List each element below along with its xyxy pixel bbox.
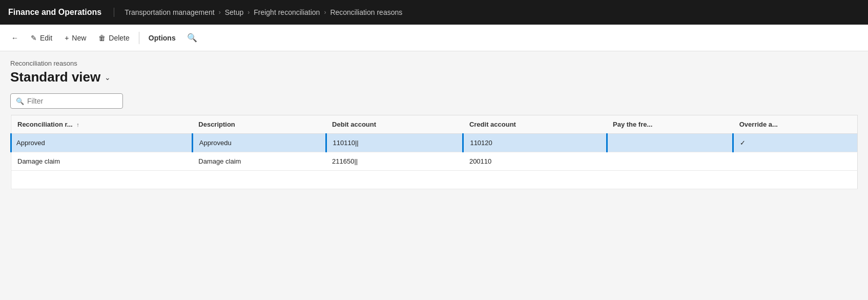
toolbar: ← ✎ Edit + New 🗑 Delete Options 🔍 bbox=[0, 25, 868, 51]
delete-icon: 🗑 bbox=[98, 34, 106, 42]
search-button[interactable]: 🔍 bbox=[183, 30, 201, 46]
brand-title: Finance and Operations bbox=[8, 8, 114, 17]
cell-pay-the-fre bbox=[607, 152, 733, 171]
col-header-reconciliation-r: Reconciliation r... ↑ bbox=[11, 115, 193, 134]
edit-button[interactable]: ✎ Edit bbox=[26, 31, 57, 45]
col-label-description: Description bbox=[198, 121, 235, 128]
table-row[interactable]: ApprovedApprovedu110110||110120✓ bbox=[11, 134, 858, 152]
filter-search-icon: 🔍 bbox=[16, 97, 24, 105]
filter-container: 🔍 bbox=[10, 93, 858, 109]
new-button[interactable]: + New bbox=[59, 31, 91, 45]
breadcrumb-item-3[interactable]: Freight reconciliation bbox=[254, 8, 320, 16]
col-header-override-a: Override a... bbox=[733, 115, 858, 134]
edit-icon: ✎ bbox=[31, 34, 37, 42]
page-title-row: Standard view ⌄ bbox=[10, 69, 858, 85]
options-label: Options bbox=[149, 34, 176, 42]
data-table: Reconciliation r... ↑ Description Debit … bbox=[10, 115, 858, 189]
plus-icon: + bbox=[65, 34, 69, 42]
col-label-credit-account: Credit account bbox=[469, 121, 516, 128]
col-header-credit-account: Credit account bbox=[463, 115, 607, 134]
col-label-reconciliation-r: Reconciliation r... bbox=[17, 121, 73, 128]
table-header: Reconciliation r... ↑ Description Debit … bbox=[11, 115, 858, 134]
toolbar-divider bbox=[139, 32, 139, 44]
delete-button[interactable]: 🗑 Delete bbox=[93, 31, 134, 45]
cell-pay-the-fre bbox=[607, 134, 733, 152]
col-header-debit-account: Debit account bbox=[326, 115, 463, 134]
table-row[interactable]: Damage claimDamage claim211650||200110 bbox=[11, 152, 858, 171]
back-icon: ← bbox=[11, 34, 18, 42]
back-button[interactable]: ← bbox=[6, 31, 24, 45]
options-button[interactable]: Options bbox=[143, 31, 181, 45]
cell-debit-account: 110110|| bbox=[326, 134, 463, 152]
table-body: ApprovedApprovedu110110||110120✓Damage c… bbox=[11, 134, 858, 189]
table-header-row: Reconciliation r... ↑ Description Debit … bbox=[11, 115, 858, 134]
breadcrumb-item-2[interactable]: Setup bbox=[225, 8, 244, 16]
breadcrumb-sep-2: › bbox=[247, 9, 250, 16]
edit-label: Edit bbox=[40, 34, 52, 42]
col-label-override-a: Override a... bbox=[739, 121, 778, 128]
cell-credit-account: 200110 bbox=[463, 152, 607, 171]
breadcrumb-sep-3: › bbox=[324, 9, 326, 16]
breadcrumb-item-1[interactable]: Transportation management bbox=[125, 8, 214, 16]
filter-wrapper: 🔍 bbox=[10, 93, 123, 109]
search-icon: 🔍 bbox=[187, 33, 197, 42]
new-label: New bbox=[72, 34, 86, 42]
top-nav: Finance and Operations Transportation ma… bbox=[0, 0, 868, 25]
breadcrumb: Transportation management › Setup › Frei… bbox=[125, 8, 402, 16]
cell-reconciliation-r: Damage claim bbox=[11, 152, 193, 171]
cell-credit-account[interactable]: 110120 bbox=[463, 134, 607, 152]
sort-icon-reconciliation-r[interactable]: ↑ bbox=[76, 122, 79, 128]
col-header-pay-the-fre: Pay the fre... bbox=[607, 115, 733, 134]
breadcrumb-sep-1: › bbox=[219, 9, 221, 16]
cell-description: Damage claim bbox=[192, 152, 326, 171]
cell-override-a bbox=[733, 152, 858, 171]
cell-description: Approvedu bbox=[192, 134, 326, 152]
cell-reconciliation-r: Approved bbox=[11, 134, 193, 152]
page-subtitle: Reconciliation reasons bbox=[10, 59, 858, 67]
empty-row bbox=[11, 171, 858, 189]
col-header-description: Description bbox=[192, 115, 326, 134]
col-label-pay-the-fre: Pay the fre... bbox=[613, 121, 652, 128]
breadcrumb-item-4[interactable]: Reconciliation reasons bbox=[330, 8, 402, 16]
col-label-debit-account: Debit account bbox=[332, 121, 376, 128]
delete-label: Delete bbox=[109, 34, 129, 42]
main-content: Reconciliation reasons Standard view ⌄ 🔍… bbox=[0, 51, 868, 300]
cell-override-a: ✓ bbox=[733, 134, 858, 152]
view-dropdown-icon[interactable]: ⌄ bbox=[105, 73, 111, 82]
filter-input[interactable] bbox=[27, 97, 117, 105]
page-title: Standard view bbox=[10, 69, 100, 85]
cell-debit-account: 211650|| bbox=[326, 152, 463, 171]
